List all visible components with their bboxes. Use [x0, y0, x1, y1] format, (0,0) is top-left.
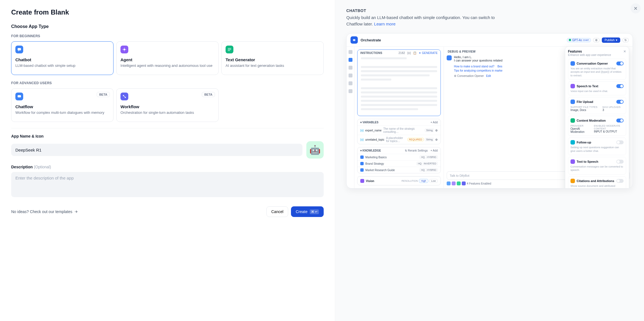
feature-name: Follow-up	[577, 141, 615, 144]
feature-item-cite[interactable]: Citations and Attributions Show source d…	[568, 176, 626, 188]
feature-toggle[interactable]	[616, 160, 624, 164]
instructions-panel[interactable]: INSTRUCTIONS 2182 {x} 📋 ✦ GENERATE	[357, 49, 441, 116]
publish-button[interactable]: Publish▾	[602, 37, 620, 43]
feature-toggle[interactable]	[616, 100, 624, 104]
preview-mock: Orchestrate GPT-4o CHAT ⚙ Publish▾ ↻	[346, 33, 633, 188]
beginner-cards: Chatbot LLM-based chatbot with simple se…	[11, 41, 324, 75]
variables-panel: ▾ VARIABLES + Add {x} expert_name The na…	[357, 119, 441, 144]
app-icon-picker[interactable]: 🤖	[306, 141, 324, 159]
page-title: Create from Blank	[11, 8, 324, 16]
text-generator-icon	[226, 46, 233, 53]
feature-toggle[interactable]	[616, 140, 624, 144]
history-icon[interactable]: ↻	[622, 38, 629, 42]
feature-item-tts[interactable]: Text to Speech Conversation messages can…	[568, 157, 626, 174]
app-type-agent[interactable]: Agent Intelligent agent with reasoning a…	[116, 41, 219, 75]
card-desc: LLM-based chatbot with simple setup	[15, 63, 109, 68]
knowledge-row[interactable]: Market Research GuideHQ · HYBRID	[357, 167, 441, 173]
instructions-label: INSTRUCTIONS	[360, 51, 382, 55]
mock-nav-rail	[347, 47, 354, 188]
description-input[interactable]	[11, 172, 324, 197]
feature-item-stt[interactable]: Speech to Text Voice input can be used i…	[568, 81, 626, 95]
feature-name: File Upload	[577, 100, 615, 103]
feature-kv-value: INPUT & OUTPUT	[594, 130, 624, 133]
learn-more-link[interactable]: Learn more	[374, 22, 396, 26]
card-title: Agent	[120, 57, 214, 62]
chatbot-icon	[15, 46, 23, 53]
nav-icon[interactable]	[349, 58, 352, 62]
feature-toggle[interactable]	[616, 84, 624, 88]
svg-rect-2	[18, 95, 21, 97]
nav-icon[interactable]	[349, 89, 352, 93]
app-type-chatbot[interactable]: Chatbot LLM-based chatbot with simple se…	[11, 41, 113, 75]
robot-icon	[351, 36, 358, 44]
features-close-icon[interactable]: ✕	[623, 49, 626, 53]
feature-name: Speech to Text	[577, 84, 615, 88]
vision-panel: Vision RESOLUTION High Low	[357, 176, 441, 185]
variable-row[interactable]: {x} expert_name The name of the strategi…	[357, 126, 441, 135]
feature-item-conv[interactable]: Conversation Opener You are an entity ex…	[568, 59, 626, 80]
close-icon	[633, 6, 638, 11]
clipboard-icon[interactable]: 📋	[413, 51, 416, 55]
settings-icon[interactable]: ⚙	[435, 129, 438, 132]
feature-icon	[570, 100, 575, 104]
divider	[11, 128, 324, 128]
templates-link[interactable]: No ideas? Check out our templates	[11, 209, 78, 214]
feature-kv-key: MAX UPLOADS	[603, 106, 621, 108]
app-type-chatflow[interactable]: BETA Chatflow Workflow for complex multi…	[11, 88, 113, 122]
feature-icon	[570, 179, 575, 183]
feature-toggle[interactable]	[616, 62, 624, 65]
feature-kv-value: OpenAI Moderation	[570, 127, 589, 133]
feature-name: Text to Speech	[577, 160, 615, 163]
edit-opener-link[interactable]: Edit	[486, 74, 491, 77]
knowledge-row[interactable]: Brand StrategyHQ · INVERTED	[357, 160, 441, 167]
feature-kv-key: SUPPORT FILE TYPES	[570, 106, 598, 108]
knowledge-panel: ▾ KNOWLEDGE ⇅ Rerank Settings + Add Mark…	[357, 147, 441, 173]
card-title: Workflow	[120, 104, 214, 109]
agent-icon	[120, 46, 128, 53]
nav-icon[interactable]	[349, 74, 352, 77]
feature-icon	[570, 159, 575, 164]
rerank-settings[interactable]: ⇅ Rerank Settings	[405, 149, 428, 152]
nav-icon[interactable]	[349, 66, 352, 70]
feature-toggle[interactable]	[616, 119, 624, 122]
feature-dot-icon	[462, 181, 466, 185]
nav-icon[interactable]	[349, 81, 352, 85]
settings-icon[interactable]: ⚙	[435, 138, 438, 141]
settings-icon[interactable]: ⚙	[593, 38, 600, 42]
add-knowledge[interactable]: + Add	[430, 149, 438, 152]
feature-item-file[interactable]: File Upload SUPPORT FILE TYPESImage, Doc…	[568, 97, 626, 114]
feature-item-follow[interactable]: Follow-up Setting up next questions sugg…	[568, 138, 626, 155]
beta-badge: BETA	[202, 92, 215, 97]
add-variable[interactable]: + Add	[430, 121, 438, 124]
chat-message-line: I can answer your questions related	[454, 59, 503, 62]
resolution-low[interactable]: Low	[429, 179, 438, 183]
generate-link[interactable]: ✦ GENERATE	[419, 51, 438, 55]
create-button[interactable]: Create ⌘ ↵	[291, 206, 324, 217]
card-title: Text Generator	[226, 57, 319, 62]
beginners-group-label: FOR BEGINNERS	[11, 34, 324, 38]
model-selector[interactable]: GPT-4o CHAT	[567, 38, 591, 42]
app-type-text-generator[interactable]: Text Generator AI assistant for text gen…	[221, 41, 324, 75]
resolution-high[interactable]: High	[419, 179, 428, 183]
feature-desc: Conversation messages can be converted t…	[570, 165, 624, 172]
feature-desc: You are an entity extraction model that …	[570, 67, 624, 77]
svg-rect-0	[18, 48, 21, 51]
app-type-workflow[interactable]: BETA Workflow Orchestration for single-t…	[116, 88, 219, 122]
features-popover: Features Enhance web app user experience…	[565, 46, 629, 188]
description-label: Description (Optional)	[11, 165, 324, 169]
orchestrate-title: Orchestrate	[361, 38, 381, 42]
knowledge-row[interactable]: Marketing BasicsHQ · HYBRID	[357, 154, 441, 160]
svg-point-6	[353, 40, 354, 40]
feature-toggle[interactable]	[616, 179, 624, 183]
advanced-cards: BETA Chatflow Workflow for complex multi…	[11, 88, 324, 122]
advanced-group-label: FOR ADVANCED USERS	[11, 81, 324, 85]
var-icon[interactable]: {x}	[407, 51, 411, 55]
feature-name: Content Moderation	[577, 119, 615, 122]
nav-icon[interactable]	[349, 50, 352, 54]
features-subtitle: Enhance web app user experience	[568, 53, 611, 56]
feature-item-mod[interactable]: Content Moderation PROVIDEROpenAI Modera…	[568, 116, 626, 136]
cancel-button[interactable]: Cancel	[266, 206, 288, 217]
app-name-input[interactable]	[11, 144, 302, 156]
close-button[interactable]	[631, 3, 641, 13]
variable-row[interactable]: {x} unrelated_topic A placeholder for to…	[357, 135, 441, 144]
